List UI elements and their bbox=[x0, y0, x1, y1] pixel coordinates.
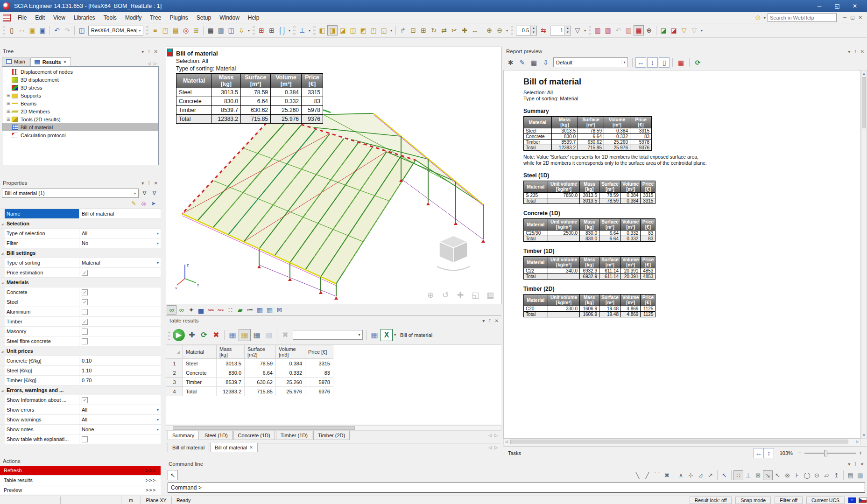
results-target-icon[interactable]: ⊕ bbox=[644, 25, 654, 35]
filter-funnel-icon[interactable]: ▽ bbox=[572, 25, 583, 35]
document-tab-bill-of-material[interactable]: Bill of material✕ bbox=[210, 443, 258, 452]
dropdown-arrow-icon[interactable]: ▾ bbox=[621, 60, 627, 64]
new-table-icon[interactable]: ◪ bbox=[658, 25, 669, 35]
window-full-icon[interactable]: ◫ bbox=[348, 25, 358, 35]
property-value[interactable]: 1.10 bbox=[79, 366, 161, 375]
mirror-icon[interactable]: ⇄ bbox=[439, 25, 449, 35]
fit-height-icon[interactable]: ↕ bbox=[647, 57, 658, 68]
report-vertical-scrollbar[interactable]: ▲ ▼ bbox=[861, 70, 867, 439]
check-structure-icon[interactable]: ⊞ bbox=[191, 25, 201, 35]
snap-grid-icon[interactable]: ∷ bbox=[733, 470, 743, 480]
zoom-slider-thumb[interactable] bbox=[824, 450, 827, 456]
report-export-icon[interactable]: ⇩ bbox=[540, 57, 551, 68]
smiley-dropdown-icon[interactable]: ▾ bbox=[764, 15, 766, 20]
scroll-up-icon[interactable]: ▲ bbox=[861, 70, 867, 77]
property-value[interactable]: No▾ bbox=[79, 238, 161, 248]
scrollbar-thumb[interactable] bbox=[862, 77, 866, 128]
dropdown-arrow-icon[interactable]: ▾ bbox=[132, 191, 138, 196]
property-value[interactable]: ✓ bbox=[79, 297, 161, 307]
report-table-icon[interactable]: ▦ bbox=[676, 57, 686, 68]
link-chain-icon[interactable]: ∞ bbox=[167, 305, 176, 315]
checkbox-checked-icon[interactable]: ✓ bbox=[82, 270, 88, 276]
tab-close-icon[interactable]: ✕ bbox=[249, 445, 253, 450]
fit-page-height-icon[interactable]: ↕ bbox=[764, 448, 774, 458]
document-icon[interactable]: ◫ bbox=[226, 25, 236, 35]
draw-line-icon[interactable]: ╲ bbox=[633, 470, 642, 480]
tree-item-3d-stress[interactable]: 3D stress bbox=[2, 84, 158, 91]
scale-cut-icon[interactable]: ✂ bbox=[449, 25, 459, 35]
property-value[interactable]: ✓ bbox=[79, 317, 161, 326]
dropdown-arrow-icon[interactable]: ▾ bbox=[356, 333, 362, 337]
node-add-icon[interactable]: ⊹ bbox=[686, 470, 696, 480]
selection-circles-icon[interactable]: ◎ bbox=[139, 199, 148, 208]
property-value[interactable] bbox=[79, 434, 161, 444]
align-icon[interactable]: ↔ bbox=[470, 25, 480, 35]
status-result-lock[interactable]: Result lock: off bbox=[690, 497, 732, 504]
tabs-scroll-right-icon[interactable]: ▷ bbox=[154, 61, 157, 66]
table-compose-icon[interactable]: ▥ bbox=[855, 470, 865, 480]
panel-collapse-icon[interactable]: ▾ bbox=[482, 318, 485, 323]
menu-item-window[interactable]: Window bbox=[215, 13, 244, 22]
fit-page-width-icon[interactable]: ↔ bbox=[754, 448, 764, 458]
view-detailed-icon[interactable]: ▦ bbox=[251, 329, 263, 341]
tree-item-3d-displacement[interactable]: 3D displacement bbox=[2, 76, 158, 84]
tabs-scroll-right-icon[interactable]: ▷ bbox=[494, 445, 498, 450]
tree-item-bill-of-material[interactable]: Bill of material bbox=[2, 123, 158, 131]
dropdown-arrow-icon[interactable]: ▾ bbox=[505, 28, 509, 33]
panel-collapse-icon[interactable]: ▾ bbox=[848, 49, 850, 54]
dropdown-arrow-icon[interactable]: ▾ bbox=[583, 28, 587, 33]
property-value[interactable]: Material▾ bbox=[79, 258, 161, 267]
mdi-restore-button[interactable]: ◱ bbox=[850, 15, 854, 20]
menu-item-help[interactable]: Help bbox=[244, 13, 264, 22]
view-compact-icon[interactable]: ▦ bbox=[239, 329, 251, 341]
group-collapse-icon[interactable]: ◢ bbox=[0, 346, 5, 356]
label-abc-frame-icon[interactable]: ABC bbox=[216, 305, 226, 315]
orbit-icon[interactable]: ↺ bbox=[440, 290, 451, 300]
properties-object-combo[interactable]: Bill of material (1) ▾ bbox=[2, 189, 139, 198]
model-viewport[interactable]: z x Y Bill of material Selection: All Ty… bbox=[166, 47, 501, 304]
calculator-icon[interactable]: ⊞ bbox=[267, 25, 277, 35]
table-edit-icon[interactable]: ▦ bbox=[265, 305, 275, 315]
panel-close-icon[interactable]: ✕ bbox=[154, 49, 158, 54]
coordinate-info-icon[interactable]: ∷ bbox=[848, 497, 856, 503]
checkbox-unchecked-icon[interactable] bbox=[82, 338, 88, 344]
checkbox-unchecked-icon[interactable] bbox=[82, 329, 88, 335]
tree-expand-icon[interactable]: ⊞ bbox=[5, 101, 12, 106]
move-icon[interactable]: ↱ bbox=[398, 25, 408, 35]
undo-icon[interactable]: ↶ bbox=[52, 25, 62, 35]
search-filter-icon[interactable]: ✖ bbox=[279, 329, 291, 341]
command-input[interactable]: Command > bbox=[168, 483, 865, 493]
panel-collapse-icon[interactable]: ▾ bbox=[141, 181, 144, 186]
action-table-results[interactable]: Table results>>> bbox=[0, 476, 161, 485]
cursor-select-icon[interactable]: ↖ bbox=[719, 470, 729, 480]
view-default-icon[interactable]: ▦ bbox=[226, 329, 239, 341]
snap-circle-icon[interactable]: ◯ bbox=[802, 470, 812, 480]
action-preview[interactable]: Preview>>> bbox=[0, 485, 161, 495]
snap-step-icon[interactable]: ↥ bbox=[832, 470, 841, 480]
refresh-table-icon[interactable]: ⟳ bbox=[198, 329, 210, 341]
batch-analysis-icon[interactable]: ⌠⌡ bbox=[277, 25, 287, 35]
checkbox-checked-icon[interactable]: ✓ bbox=[82, 289, 88, 295]
table-close-icon[interactable]: ⊠ bbox=[275, 305, 284, 315]
property-value[interactable]: All▾ bbox=[79, 405, 161, 414]
menu-item-tools[interactable]: Tools bbox=[99, 13, 121, 22]
point-raster-icon[interactable]: ∷ bbox=[226, 305, 235, 315]
spinner-arrows[interactable]: ▲▼ bbox=[564, 26, 571, 35]
zoom-icon[interactable]: ⊕ bbox=[425, 290, 436, 300]
swap-direction-icon[interactable]: ⇆ bbox=[538, 25, 549, 35]
panel-pin-icon[interactable]: ⊺ bbox=[854, 49, 856, 54]
property-value[interactable]: 0.10 bbox=[79, 356, 161, 365]
status-current-ucs[interactable]: Current UCS bbox=[806, 497, 845, 504]
print-line-icon[interactable]: ▤ bbox=[846, 470, 855, 480]
webhelp-search-input[interactable] bbox=[768, 13, 837, 22]
panel-close-icon[interactable]: ✕ bbox=[860, 462, 864, 467]
menu-item-view[interactable]: View bbox=[49, 13, 70, 22]
fit-width-icon[interactable]: ↔ bbox=[635, 57, 646, 68]
report-settings-icon[interactable]: ✱ bbox=[505, 57, 516, 68]
results-grid-icon[interactable]: ▦ bbox=[634, 25, 644, 35]
structure-layers-icon[interactable]: ≡ bbox=[150, 25, 160, 35]
link-chain-add-icon[interactable]: ∞ bbox=[176, 305, 186, 315]
panel-pin-icon[interactable]: ⊺ bbox=[854, 462, 856, 467]
project-combo[interactable]: ResX64_BOM_RealLife▾ bbox=[88, 26, 143, 35]
panel-collapse-icon[interactable]: ▾ bbox=[141, 49, 144, 54]
